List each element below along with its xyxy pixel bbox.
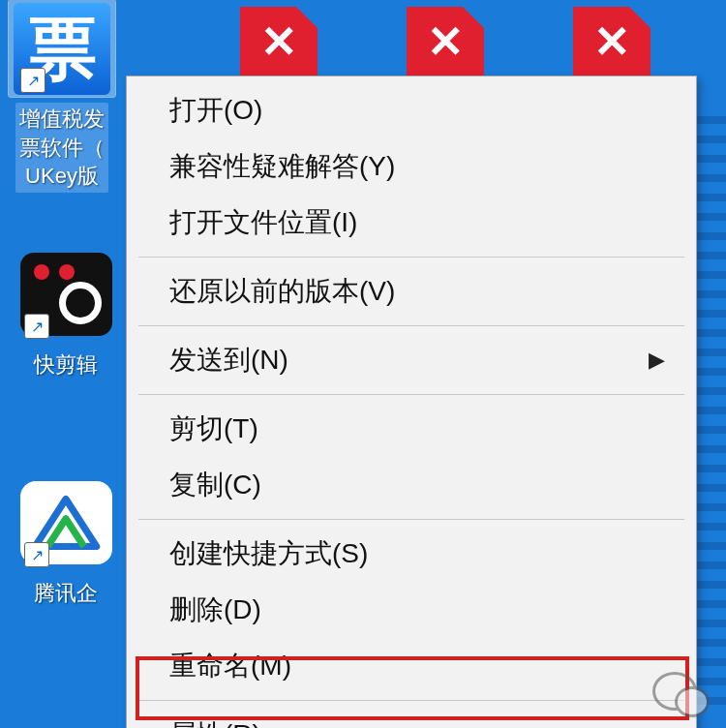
menu-item-label: 打开文件位置(I) <box>169 204 357 241</box>
wechat-watermark <box>652 672 707 711</box>
menu-item-properties[interactable]: 属性(R) <box>131 707 692 728</box>
menu-item-copy[interactable]: 复制(C) <box>131 457 692 513</box>
menu-item-label: 删除(D) <box>169 592 261 628</box>
menu-item-label: 还原以前的版本(V) <box>169 273 395 310</box>
menu-item-create-shortcut[interactable]: 创建快捷方式(S) <box>131 526 692 582</box>
menu-item-open-location[interactable]: 打开文件位置(I) <box>131 195 692 251</box>
desktop: 票 ↗ 增值税发 票软件（ UKey版 ✕ ✕ ✕ ↗ 快剪辑 <box>0 0 726 728</box>
desktop-icon-tencent[interactable]: ↗ 腾讯企 <box>8 474 124 610</box>
menu-item-sendto[interactable]: 发送到(N) ▶ <box>131 332 692 388</box>
menu-item-cut[interactable]: 剪切(T) <box>131 401 692 457</box>
menu-separator <box>138 519 684 520</box>
icon-label: 快剪辑 <box>30 349 102 381</box>
menu-item-label: 复制(C) <box>169 467 261 503</box>
shortcut-overlay-icon: ↗ <box>24 542 49 567</box>
menu-item-restore[interactable]: 还原以前的版本(V) <box>131 263 692 319</box>
menu-separator <box>138 325 684 326</box>
background-clutter <box>697 116 726 716</box>
desktop-icon-piao[interactable]: 票 ↗ 增值税发 票软件（ UKey版 <box>4 0 120 193</box>
icon-label: 腾讯企 <box>30 577 102 610</box>
menu-separator <box>138 257 684 258</box>
menu-item-label: 发送到(N) <box>169 342 288 379</box>
wechat-icon <box>652 672 697 711</box>
menu-item-label: 创建快捷方式(S) <box>169 535 368 572</box>
submenu-arrow-icon: ▶ <box>649 348 665 373</box>
desktop-icon-kuaijian[interactable]: ↗ 快剪辑 <box>8 246 124 381</box>
menu-item-open[interactable]: 打开(O) <box>131 82 692 138</box>
menu-item-label: 剪切(T) <box>169 410 258 447</box>
menu-item-delete[interactable]: 删除(D) <box>131 582 692 638</box>
menu-item-label: 打开(O) <box>169 92 262 129</box>
menu-item-label: 兼容性疑难解答(Y) <box>169 148 395 185</box>
menu-item-label: 重命名(M) <box>169 648 291 684</box>
menu-item-label: 属性(R) <box>169 716 261 728</box>
menu-separator <box>138 700 684 701</box>
icon-label: 增值税发 票软件（ UKey版 <box>15 103 108 193</box>
menu-item-compat[interactable]: 兼容性疑难解答(Y) <box>131 138 692 195</box>
context-menu: 打开(O) 兼容性疑难解答(Y) 打开文件位置(I) 还原以前的版本(V) 发送… <box>126 76 697 728</box>
menu-separator <box>138 394 684 395</box>
shortcut-overlay-icon: ↗ <box>24 314 49 339</box>
shortcut-overlay-icon: ↗ <box>20 68 45 93</box>
menu-item-rename[interactable]: 重命名(M) <box>131 638 692 694</box>
